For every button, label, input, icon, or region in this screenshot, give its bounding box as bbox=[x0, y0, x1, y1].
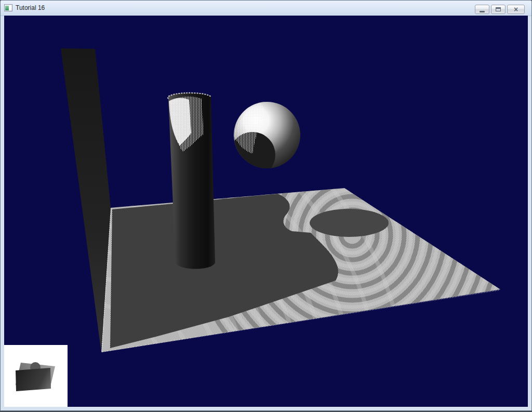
scene-3d bbox=[4, 16, 528, 407]
shadow-map-preview bbox=[4, 345, 68, 407]
maximize-icon bbox=[496, 7, 501, 11]
app-icon-white-pane bbox=[9, 6, 11, 10]
close-icon: × bbox=[514, 5, 518, 14]
app-window: Tutorial 16 × bbox=[0, 0, 532, 411]
inset-wall-quad bbox=[16, 368, 51, 391]
title-bar[interactable]: Tutorial 16 × bbox=[1, 1, 531, 16]
opengl-canvas[interactable] bbox=[4, 16, 528, 407]
maximize-button[interactable] bbox=[491, 5, 506, 14]
cylinder bbox=[168, 93, 215, 269]
window-title: Tutorial 16 bbox=[16, 1, 45, 16]
sphere-shadow bbox=[310, 209, 389, 237]
minimize-button[interactable] bbox=[475, 5, 489, 14]
minimize-icon bbox=[480, 11, 485, 12]
app-icon-green-pane bbox=[5, 6, 9, 10]
close-button[interactable]: × bbox=[507, 5, 525, 14]
app-window-icon[interactable] bbox=[4, 4, 12, 11]
window-controls: × bbox=[475, 5, 525, 14]
